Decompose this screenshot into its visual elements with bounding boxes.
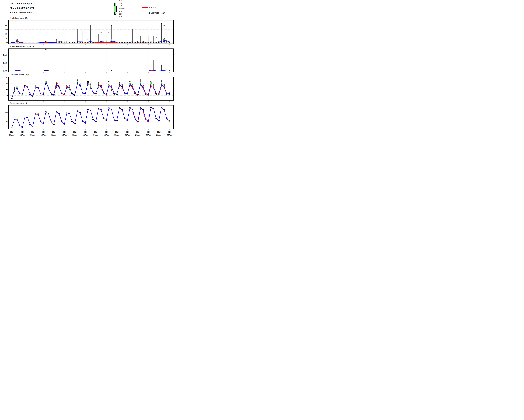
ensemble-mean-line	[12, 107, 169, 128]
gridlines	[9, 20, 174, 44]
svg-text:18Apr: 18Apr	[104, 134, 109, 136]
panel-total-precipitation: Total precipitation (mm/6h) 0.000.050.10	[0, 45, 175, 73]
svg-text:60: 60	[5, 29, 7, 31]
boxplots	[11, 24, 170, 43]
svg-text:00Z: 00Z	[126, 131, 129, 133]
control-line-swatch-icon	[142, 8, 148, 8]
svg-text:19Apr: 19Apr	[114, 134, 120, 136]
svg-text:23Apr: 23Apr	[156, 134, 162, 136]
meteogram-page: CMA-GEPS meteogram Ghorai 28.04°N 82.49°…	[0, 0, 175, 140]
svg-text:14Apr: 14Apr	[62, 134, 67, 136]
title-block: CMA-GEPS meteogram Ghorai 28.04°N 82.49°…	[10, 1, 36, 15]
svg-text:2: 2	[6, 94, 7, 96]
svg-text:00Z: 00Z	[157, 131, 160, 133]
svg-text:4: 4	[6, 88, 7, 90]
gridlines	[9, 105, 174, 129]
cloud-cover-chart: 020406080	[0, 20, 175, 45]
station-location: Ghorai 28.04°N 82.49°E	[10, 6, 36, 10]
boxplot-legend: max 90% 75% median 25% 10% min	[113, 0, 130, 18]
svg-text:00Z: 00Z	[136, 131, 140, 133]
svg-text:00Z: 00Z	[94, 131, 97, 133]
svg-text:13Apr: 13Apr	[51, 134, 56, 136]
page-title: CMA-GEPS meteogram	[10, 1, 36, 6]
svg-text:00Z: 00Z	[84, 131, 87, 133]
svg-text:24Apr: 24Apr	[167, 134, 172, 136]
init-time: Initime: 20260409 00UTC	[10, 10, 36, 15]
control-legend-label: Control	[149, 6, 156, 9]
gridlines	[9, 49, 174, 72]
svg-text:00Z: 00Z	[168, 131, 171, 133]
panel-total-cloud-cover: Total cloud cover (%) 020406080	[0, 17, 175, 45]
y-axis: 020406080	[5, 24, 9, 44]
svg-text:22Apr: 22Apr	[146, 134, 151, 136]
svg-text:0.00: 0.00	[3, 70, 7, 72]
svg-text:8: 8	[6, 76, 7, 78]
legend-label-median: median	[119, 8, 125, 9]
ensemble-mean-legend-label: Ensemble Mean	[149, 12, 165, 14]
svg-text:0: 0	[6, 42, 7, 44]
svg-text:15Apr: 15Apr	[72, 134, 78, 136]
svg-text:17Apr: 17Apr	[93, 134, 98, 136]
svg-text:20: 20	[5, 120, 7, 122]
temperature-chart: 203000Z09Apr00Z10Apr00Z11Apr00Z12Apr00Z1…	[0, 105, 175, 137]
header: CMA-GEPS meteogram Ghorai 28.04°N 82.49°…	[0, 0, 175, 17]
svg-text:00Z: 00Z	[147, 131, 150, 133]
svg-text:11Apr: 11Apr	[30, 134, 35, 136]
legend-label-75pct: 75%	[119, 5, 122, 7]
legend-label-25pct: 25%	[119, 10, 122, 12]
legend-label-10pct: 10%	[119, 13, 122, 15]
boxplots	[11, 107, 170, 128]
panel-title-cloud: Total cloud cover (%)	[0, 17, 175, 20]
ensemble-mean-line	[12, 70, 169, 71]
svg-text:0.10: 0.10	[3, 54, 7, 56]
ensemble-mean-legend-item: Ensemble Mean	[142, 12, 165, 14]
x-axis	[12, 101, 169, 101]
svg-text:00Z: 00Z	[115, 131, 119, 133]
boxplot-legend-glyph-icon	[113, 0, 119, 18]
control-legend-item: Control	[142, 6, 165, 9]
wind-speed-chart: 2468	[0, 76, 175, 102]
svg-text:20Apr: 20Apr	[125, 134, 130, 136]
boxplots	[11, 50, 170, 71]
panel-title-wind: 10m wind speed (m/s)	[0, 73, 175, 76]
svg-text:00Z: 00Z	[63, 131, 66, 133]
svg-text:16Apr: 16Apr	[83, 134, 88, 136]
legend-label-90pct: 90%	[119, 2, 122, 4]
plot-border	[9, 49, 174, 72]
x-tick-labels: 00Z09Apr00Z10Apr00Z11Apr00Z12Apr00Z13Apr…	[9, 131, 172, 136]
svg-text:09Apr: 09Apr	[9, 134, 14, 136]
svg-text:12Apr: 12Apr	[41, 134, 46, 136]
svg-text:10Apr: 10Apr	[20, 134, 25, 136]
panel-2m-temperature: 2m temperature (℃) 203000Z09Apr00Z10Apr0…	[0, 102, 175, 137]
y-axis: 2468	[6, 76, 9, 96]
ensemble-mean-line-swatch-icon	[142, 13, 148, 13]
panel-title-temp: 2m temperature (℃)	[0, 102, 175, 105]
panel-10m-wind-speed: 10m wind speed (m/s) 2468	[0, 73, 175, 102]
panel-title-precip: Total precipitation (mm/6h)	[0, 45, 175, 48]
svg-text:6: 6	[6, 83, 7, 84]
x-axis	[12, 72, 169, 73]
svg-text:00Z: 00Z	[105, 131, 108, 133]
svg-text:00Z: 00Z	[73, 131, 77, 133]
plot-border	[9, 105, 174, 129]
legend-label-max: max	[119, 0, 122, 1]
svg-text:00Z: 00Z	[42, 131, 45, 133]
plot-border	[9, 20, 174, 44]
svg-text:00Z: 00Z	[52, 131, 55, 133]
svg-text:30: 30	[5, 112, 7, 114]
svg-text:20: 20	[5, 37, 7, 39]
svg-text:21Apr: 21Apr	[135, 134, 140, 136]
x-axis	[12, 129, 169, 130]
svg-text:00Z: 00Z	[21, 131, 24, 133]
line-legend: Control Ensemble Mean	[142, 6, 165, 17]
svg-text:00Z: 00Z	[10, 131, 13, 133]
svg-text:00Z: 00Z	[31, 131, 35, 133]
precipitation-chart: 0.000.050.10	[0, 48, 175, 73]
boxplots	[11, 78, 170, 99]
svg-text:0.05: 0.05	[3, 62, 7, 64]
svg-text:40: 40	[5, 33, 7, 35]
x-axis	[12, 44, 169, 45]
y-axis: 0.000.050.10	[3, 54, 9, 72]
svg-text:80: 80	[5, 24, 7, 26]
y-axis: 2030	[5, 112, 9, 122]
